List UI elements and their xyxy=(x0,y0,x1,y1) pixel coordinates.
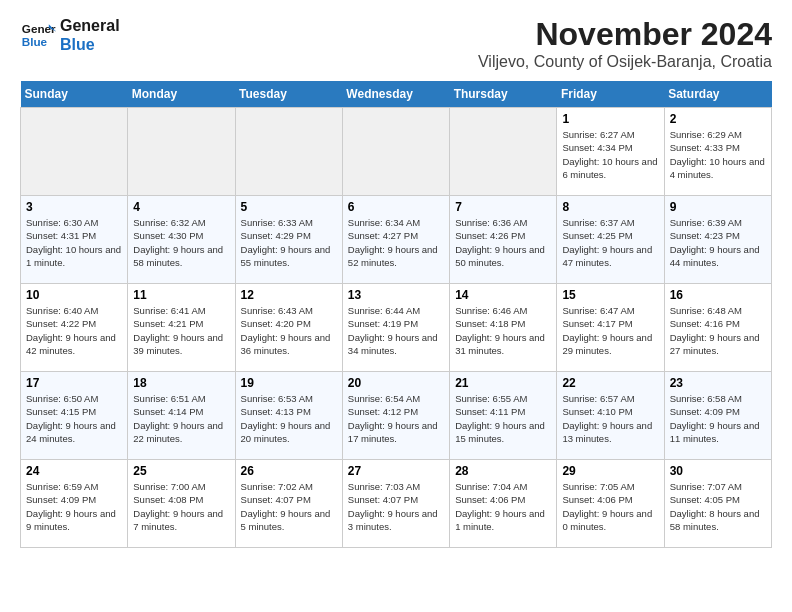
day-number: 8 xyxy=(562,200,658,214)
weekday-header-tuesday: Tuesday xyxy=(235,81,342,108)
day-info: Sunrise: 6:46 AM Sunset: 4:18 PM Dayligh… xyxy=(455,304,551,357)
day-number: 13 xyxy=(348,288,444,302)
day-number: 7 xyxy=(455,200,551,214)
day-number: 23 xyxy=(670,376,766,390)
day-info: Sunrise: 6:43 AM Sunset: 4:20 PM Dayligh… xyxy=(241,304,337,357)
title-area: November 2024 Viljevo, County of Osijek-… xyxy=(478,16,772,71)
day-number: 27 xyxy=(348,464,444,478)
calendar-cell: 14Sunrise: 6:46 AM Sunset: 4:18 PM Dayli… xyxy=(450,284,557,372)
day-number: 19 xyxy=(241,376,337,390)
weekday-header-saturday: Saturday xyxy=(664,81,771,108)
day-info: Sunrise: 6:27 AM Sunset: 4:34 PM Dayligh… xyxy=(562,128,658,181)
calendar-cell: 2Sunrise: 6:29 AM Sunset: 4:33 PM Daylig… xyxy=(664,108,771,196)
calendar-week-row: 10Sunrise: 6:40 AM Sunset: 4:22 PM Dayli… xyxy=(21,284,772,372)
page-header: General Blue General Blue November 2024 … xyxy=(20,16,772,71)
calendar-cell: 10Sunrise: 6:40 AM Sunset: 4:22 PM Dayli… xyxy=(21,284,128,372)
calendar-cell xyxy=(128,108,235,196)
day-number: 25 xyxy=(133,464,229,478)
day-info: Sunrise: 6:51 AM Sunset: 4:14 PM Dayligh… xyxy=(133,392,229,445)
day-number: 12 xyxy=(241,288,337,302)
calendar-cell: 12Sunrise: 6:43 AM Sunset: 4:20 PM Dayli… xyxy=(235,284,342,372)
day-info: Sunrise: 6:30 AM Sunset: 4:31 PM Dayligh… xyxy=(26,216,122,269)
day-info: Sunrise: 6:55 AM Sunset: 4:11 PM Dayligh… xyxy=(455,392,551,445)
location-title: Viljevo, County of Osijek-Baranja, Croat… xyxy=(478,53,772,71)
weekday-header-sunday: Sunday xyxy=(21,81,128,108)
logo-icon: General Blue xyxy=(20,17,56,53)
weekday-header-wednesday: Wednesday xyxy=(342,81,449,108)
calendar-cell: 19Sunrise: 6:53 AM Sunset: 4:13 PM Dayli… xyxy=(235,372,342,460)
day-info: Sunrise: 6:32 AM Sunset: 4:30 PM Dayligh… xyxy=(133,216,229,269)
calendar-cell: 25Sunrise: 7:00 AM Sunset: 4:08 PM Dayli… xyxy=(128,460,235,548)
calendar-cell: 1Sunrise: 6:27 AM Sunset: 4:34 PM Daylig… xyxy=(557,108,664,196)
day-info: Sunrise: 7:03 AM Sunset: 4:07 PM Dayligh… xyxy=(348,480,444,533)
day-number: 2 xyxy=(670,112,766,126)
calendar-week-row: 17Sunrise: 6:50 AM Sunset: 4:15 PM Dayli… xyxy=(21,372,772,460)
month-title: November 2024 xyxy=(478,16,772,53)
calendar-week-row: 1Sunrise: 6:27 AM Sunset: 4:34 PM Daylig… xyxy=(21,108,772,196)
day-info: Sunrise: 6:47 AM Sunset: 4:17 PM Dayligh… xyxy=(562,304,658,357)
calendar-week-row: 24Sunrise: 6:59 AM Sunset: 4:09 PM Dayli… xyxy=(21,460,772,548)
weekday-header-monday: Monday xyxy=(128,81,235,108)
logo-text-general: General xyxy=(60,16,120,35)
calendar-cell: 13Sunrise: 6:44 AM Sunset: 4:19 PM Dayli… xyxy=(342,284,449,372)
calendar-cell: 21Sunrise: 6:55 AM Sunset: 4:11 PM Dayli… xyxy=(450,372,557,460)
day-number: 15 xyxy=(562,288,658,302)
calendar-cell xyxy=(21,108,128,196)
day-info: Sunrise: 6:33 AM Sunset: 4:29 PM Dayligh… xyxy=(241,216,337,269)
calendar-cell: 4Sunrise: 6:32 AM Sunset: 4:30 PM Daylig… xyxy=(128,196,235,284)
day-number: 3 xyxy=(26,200,122,214)
day-info: Sunrise: 6:57 AM Sunset: 4:10 PM Dayligh… xyxy=(562,392,658,445)
calendar-cell: 22Sunrise: 6:57 AM Sunset: 4:10 PM Dayli… xyxy=(557,372,664,460)
calendar-cell: 11Sunrise: 6:41 AM Sunset: 4:21 PM Dayli… xyxy=(128,284,235,372)
calendar-cell: 24Sunrise: 6:59 AM Sunset: 4:09 PM Dayli… xyxy=(21,460,128,548)
calendar-cell: 5Sunrise: 6:33 AM Sunset: 4:29 PM Daylig… xyxy=(235,196,342,284)
calendar-cell: 30Sunrise: 7:07 AM Sunset: 4:05 PM Dayli… xyxy=(664,460,771,548)
day-number: 4 xyxy=(133,200,229,214)
day-info: Sunrise: 7:04 AM Sunset: 4:06 PM Dayligh… xyxy=(455,480,551,533)
day-number: 21 xyxy=(455,376,551,390)
calendar-cell xyxy=(342,108,449,196)
day-info: Sunrise: 6:40 AM Sunset: 4:22 PM Dayligh… xyxy=(26,304,122,357)
day-number: 18 xyxy=(133,376,229,390)
day-info: Sunrise: 6:44 AM Sunset: 4:19 PM Dayligh… xyxy=(348,304,444,357)
day-info: Sunrise: 6:58 AM Sunset: 4:09 PM Dayligh… xyxy=(670,392,766,445)
calendar-cell: 28Sunrise: 7:04 AM Sunset: 4:06 PM Dayli… xyxy=(450,460,557,548)
day-number: 20 xyxy=(348,376,444,390)
calendar-cell: 3Sunrise: 6:30 AM Sunset: 4:31 PM Daylig… xyxy=(21,196,128,284)
day-info: Sunrise: 6:59 AM Sunset: 4:09 PM Dayligh… xyxy=(26,480,122,533)
day-info: Sunrise: 6:50 AM Sunset: 4:15 PM Dayligh… xyxy=(26,392,122,445)
weekday-header-friday: Friday xyxy=(557,81,664,108)
calendar-cell: 7Sunrise: 6:36 AM Sunset: 4:26 PM Daylig… xyxy=(450,196,557,284)
calendar-cell: 20Sunrise: 6:54 AM Sunset: 4:12 PM Dayli… xyxy=(342,372,449,460)
day-info: Sunrise: 6:34 AM Sunset: 4:27 PM Dayligh… xyxy=(348,216,444,269)
calendar-cell: 17Sunrise: 6:50 AM Sunset: 4:15 PM Dayli… xyxy=(21,372,128,460)
day-info: Sunrise: 7:05 AM Sunset: 4:06 PM Dayligh… xyxy=(562,480,658,533)
day-info: Sunrise: 6:39 AM Sunset: 4:23 PM Dayligh… xyxy=(670,216,766,269)
calendar-week-row: 3Sunrise: 6:30 AM Sunset: 4:31 PM Daylig… xyxy=(21,196,772,284)
day-info: Sunrise: 6:29 AM Sunset: 4:33 PM Dayligh… xyxy=(670,128,766,181)
calendar-cell: 18Sunrise: 6:51 AM Sunset: 4:14 PM Dayli… xyxy=(128,372,235,460)
logo: General Blue General Blue xyxy=(20,16,120,54)
day-info: Sunrise: 7:07 AM Sunset: 4:05 PM Dayligh… xyxy=(670,480,766,533)
day-number: 14 xyxy=(455,288,551,302)
calendar-cell: 27Sunrise: 7:03 AM Sunset: 4:07 PM Dayli… xyxy=(342,460,449,548)
calendar-cell: 16Sunrise: 6:48 AM Sunset: 4:16 PM Dayli… xyxy=(664,284,771,372)
day-number: 10 xyxy=(26,288,122,302)
day-number: 16 xyxy=(670,288,766,302)
day-number: 28 xyxy=(455,464,551,478)
day-number: 26 xyxy=(241,464,337,478)
calendar-cell: 29Sunrise: 7:05 AM Sunset: 4:06 PM Dayli… xyxy=(557,460,664,548)
day-number: 1 xyxy=(562,112,658,126)
calendar-table: SundayMondayTuesdayWednesdayThursdayFrid… xyxy=(20,81,772,548)
day-number: 29 xyxy=(562,464,658,478)
calendar-cell xyxy=(235,108,342,196)
day-info: Sunrise: 7:00 AM Sunset: 4:08 PM Dayligh… xyxy=(133,480,229,533)
day-number: 24 xyxy=(26,464,122,478)
day-number: 9 xyxy=(670,200,766,214)
day-number: 17 xyxy=(26,376,122,390)
day-info: Sunrise: 7:02 AM Sunset: 4:07 PM Dayligh… xyxy=(241,480,337,533)
day-number: 5 xyxy=(241,200,337,214)
day-info: Sunrise: 6:37 AM Sunset: 4:25 PM Dayligh… xyxy=(562,216,658,269)
day-number: 30 xyxy=(670,464,766,478)
svg-text:Blue: Blue xyxy=(22,35,48,48)
